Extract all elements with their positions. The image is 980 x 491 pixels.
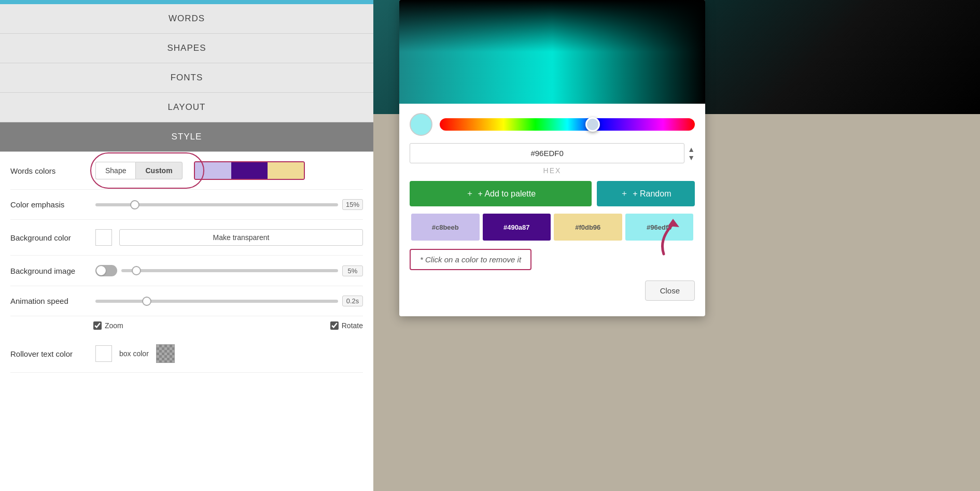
rotate-checkbox[interactable] [330,321,339,330]
word-swatch-1[interactable] [195,162,231,179]
bg-image-toggle[interactable] [95,265,117,276]
hex-up-arrow[interactable]: ▲ [688,146,695,153]
hex-input-row: ▲ ▼ [410,143,695,163]
bg-image-slider[interactable] [121,269,338,272]
random-button[interactable]: ＋ + Random [597,181,695,206]
add-to-palette-label: + Add to palette [478,189,536,199]
palette-swatch-1-label: #c8beeb [432,223,459,231]
shape-custom-wrapper: Shape Custom [95,162,183,179]
gradient-canvas-inner [399,0,705,104]
animation-speed-slider-container: 0.2s [95,296,363,306]
nav-fonts[interactable]: FONTS [0,63,373,93]
hue-row [410,113,695,136]
background-color-row: Background color Make transparent [10,220,363,256]
background-color-label: Background color [10,233,88,242]
color-picker-modal: ▲ ▼ HEX ＋ + Add to palette ＋ + Random [399,0,705,316]
nav-shapes[interactable]: SHAPES [0,34,373,63]
palette-swatch-2-label: #490a87 [503,223,530,231]
make-transparent-button[interactable]: Make transparent [119,229,363,246]
animation-speed-slider[interactable] [95,300,338,303]
background-image-row: Background image 5% [10,256,363,286]
custom-button[interactable]: Custom [135,162,182,179]
settings-area: Words colors Shape Custom Color emphasis… [0,152,373,491]
palette-swatch-3[interactable]: #f0db96 [554,214,622,241]
right-panel: ▲ ▼ HEX ＋ + Add to palette ＋ + Random [373,0,980,491]
close-button[interactable]: Close [645,280,695,301]
zoom-checkbox-item: Zoom [93,321,123,330]
animation-speed-label: Animation speed [10,297,88,305]
background-image-label: Background image [10,266,88,275]
remove-hint-text: * Click on a color to remove it [420,255,521,264]
add-to-palette-button[interactable]: ＋ + Add to palette [410,181,592,206]
palette-swatch-1[interactable]: #c8beeb [411,214,480,241]
bg-color-swatch[interactable] [95,229,112,246]
bg-image-value: 5% [342,265,363,276]
picker-controls: ▲ ▼ HEX ＋ + Add to palette ＋ + Random [399,104,705,270]
color-emphasis-value: 15% [342,199,363,210]
rollover-text-label: Rollover text color [10,349,88,358]
rotate-label: Rotate [342,321,363,330]
nav-layout[interactable]: LAYOUT [0,93,373,122]
color-emphasis-label: Color emphasis [10,200,88,209]
hex-down-arrow[interactable]: ▼ [688,154,695,161]
rollover-text-color-row: Rollover text color box color [10,335,363,373]
rotate-checkbox-item: Rotate [330,321,363,330]
word-swatch-2[interactable] [231,162,268,179]
color-emphasis-slider-container: 15% [95,199,363,210]
box-color-label: box color [119,349,149,358]
color-preview-circle [410,113,432,136]
word-swatch-3[interactable] [268,162,304,179]
close-row: Close [399,275,705,301]
zoom-label: Zoom [105,321,123,330]
shape-button[interactable]: Shape [95,162,135,179]
word-color-swatches [194,161,305,180]
palette-swatch-3-label: #f0db96 [575,223,600,231]
rollover-color-swatch[interactable] [95,345,112,362]
left-panel: WORDS SHAPES FONTS LAYOUT STYLE Words co… [0,0,373,491]
gradient-canvas[interactable] [399,0,705,104]
palette-swatch-2[interactable]: #490a87 [483,214,551,241]
add-palette-row: ＋ + Add to palette ＋ + Random [410,181,695,206]
animation-speed-row: Animation speed 0.2s [10,286,363,316]
top-bar [0,0,373,4]
add-to-palette-icon: ＋ [466,188,474,199]
svg-marker-0 [668,219,679,227]
color-emphasis-row: Color emphasis 15% [10,190,363,220]
checkbox-row: Zoom Rotate [10,316,363,335]
nav-style[interactable]: STYLE [0,122,373,152]
hex-input[interactable] [410,143,684,163]
hue-slider[interactable] [440,118,695,131]
toggle-thumb [96,266,106,275]
nav-words[interactable]: WORDS [0,4,373,34]
zoom-checkbox[interactable] [93,321,102,330]
remove-hint-box: * Click on a color to remove it [410,249,531,270]
animation-speed-value: 0.2s [342,296,363,306]
box-color-swatch[interactable] [156,344,175,363]
palette-swatches: #c8beeb #490a87 #f0db96 #96edf0 [410,214,695,241]
words-colors-row: Words colors Shape Custom [10,152,363,190]
arrow-indicator [653,218,684,261]
words-colors-label: Words colors [10,166,88,175]
remove-hint-wrapper: * Click on a color to remove it [410,249,695,270]
hex-label: HEX [410,166,695,175]
random-label: + Random [633,189,671,199]
hue-thumb[interactable] [585,117,600,132]
random-icon: ＋ [620,188,628,199]
color-emphasis-slider[interactable] [95,203,338,206]
bg-image-slider-container: 5% [95,265,363,276]
hex-arrows: ▲ ▼ [688,146,695,161]
